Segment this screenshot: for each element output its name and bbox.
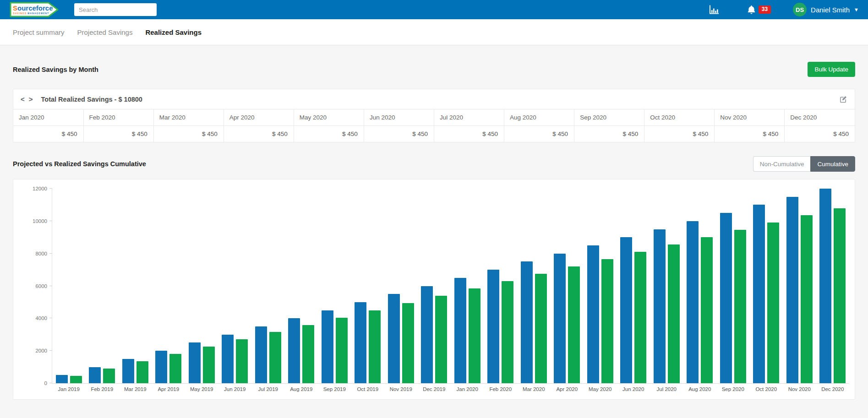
chart-plot-area: Jan 2019Feb 2019Mar 2019Apr 2019May 2019… [52,189,849,383]
realized-bar[interactable] [834,208,846,384]
projected-bar[interactable] [654,229,666,383]
month-value-cell[interactable]: $ 450 [574,126,644,142]
projected-bar[interactable] [89,367,101,383]
realized-bar[interactable] [435,296,447,383]
bar-group: Oct 2020 [750,189,783,383]
cumulative-toggle-button[interactable]: Cumulative [810,156,855,172]
bulk-update-button[interactable]: Bulk Update [808,62,855,77]
bar-group: Dec 2020 [816,189,850,383]
tab-projected-savings[interactable]: Projected Savings [77,28,133,36]
chevron-down-icon[interactable]: ▼ [854,7,859,12]
prev-months-button[interactable]: < [21,96,25,103]
realized-bar[interactable] [701,237,713,383]
bar-group: Feb 2020 [484,189,518,383]
tab-project-summary[interactable]: Project summary [13,28,65,36]
month-value-cell[interactable]: $ 450 [153,126,224,142]
realized-bar[interactable] [103,369,115,383]
projected-bar[interactable] [487,270,499,383]
x-axis-label: May 2020 [589,386,612,392]
y-axis-tick-label: 6000 [35,283,47,289]
projected-bar[interactable] [255,326,267,383]
month-value-cell[interactable]: $ 450 [785,126,855,142]
notification-count-badge[interactable]: 33 [759,5,771,13]
projected-bar[interactable] [56,375,68,383]
user-avatar[interactable]: DS [793,3,807,16]
realized-bar[interactable] [369,310,381,383]
page-content: Realized Savings by Month Bulk Update < … [0,62,868,400]
search-input[interactable] [74,3,157,16]
month-column-header: Jan 2020 [13,109,83,126]
realized-bar[interactable] [136,361,148,383]
month-value-cell[interactable]: $ 450 [434,126,504,142]
bar-group: Dec 2019 [418,189,451,383]
projected-bar[interactable] [554,254,566,383]
non-cumulative-toggle-button[interactable]: Non-Cumulative [753,156,811,172]
month-value-cell[interactable]: $ 450 [364,126,434,142]
projected-bar[interactable] [122,359,134,383]
projected-bar[interactable] [687,221,699,383]
realized-bar[interactable] [336,318,348,383]
y-axis-tick-label: 8000 [35,251,47,256]
notifications-button[interactable] [746,5,757,15]
projected-bar[interactable] [454,278,466,383]
realized-bar[interactable] [402,303,414,383]
reports-chart-button[interactable] [708,4,720,15]
projected-bar[interactable] [222,335,234,383]
projected-bar[interactable] [587,245,599,383]
bar-group: Jun 2020 [617,189,650,383]
user-name[interactable]: Daniel Smith [811,6,850,14]
month-value-cell[interactable]: $ 450 [83,126,153,142]
page-tabs: Project summary Projected Savings Realiz… [0,19,868,45]
realized-bar[interactable] [269,332,281,383]
projected-bar[interactable] [155,351,167,383]
month-value-cell[interactable]: $ 450 [715,126,785,142]
month-value-cell[interactable]: $ 450 [294,126,364,142]
realized-bar[interactable] [236,339,248,383]
realized-bar[interactable] [801,215,813,383]
realized-bar[interactable] [469,288,480,383]
projected-bar[interactable] [720,213,732,383]
bar-group: Oct 2019 [351,189,385,383]
edit-button[interactable] [840,95,847,103]
projected-bar[interactable] [421,286,433,384]
projected-bar[interactable] [288,318,300,383]
projected-bar[interactable] [819,189,831,383]
tab-realized-savings[interactable]: Realized Savings [145,28,202,36]
realized-bar[interactable] [601,259,613,383]
y-axis-tick-label: 4000 [35,315,47,321]
realized-bar[interactable] [767,223,779,383]
projected-bar[interactable] [786,197,798,383]
month-value-cell[interactable]: $ 450 [13,126,83,142]
month-column-header: Apr 2020 [224,109,294,126]
bar-group: Mar 2020 [517,189,551,383]
next-months-button[interactable]: > [29,96,33,103]
month-column-header: Dec 2020 [785,109,855,126]
realized-bar[interactable] [203,347,215,383]
realized-bar[interactable] [634,252,646,383]
projected-bar[interactable] [620,237,632,383]
search-container [74,3,157,16]
month-value-cell[interactable]: $ 450 [644,126,715,142]
realized-bar[interactable] [502,281,513,383]
realized-bar[interactable] [568,266,580,383]
sourceforce-logo[interactable]: Sourceforce SAVINGSMANAGEMENT [9,1,60,18]
realized-bar[interactable] [734,230,746,383]
realized-bar[interactable] [535,274,547,383]
bar-group: Nov 2019 [384,189,418,383]
projected-bar[interactable] [388,294,400,383]
projected-bar[interactable] [521,261,533,383]
month-pager: < > [21,96,33,103]
x-axis-label: Apr 2019 [158,386,179,392]
realized-bar[interactable] [302,325,314,384]
bar-group: May 2019 [185,189,218,383]
realized-bar[interactable] [668,244,680,383]
projected-bar[interactable] [355,302,366,383]
x-axis-label: Dec 2020 [821,386,844,392]
projected-bar[interactable] [189,342,201,383]
month-value-cell[interactable]: $ 450 [224,126,294,142]
realized-bar[interactable] [70,376,82,383]
realized-bar[interactable] [169,354,181,383]
projected-bar[interactable] [753,205,765,383]
month-value-cell[interactable]: $ 450 [504,126,574,142]
projected-bar[interactable] [322,310,333,383]
